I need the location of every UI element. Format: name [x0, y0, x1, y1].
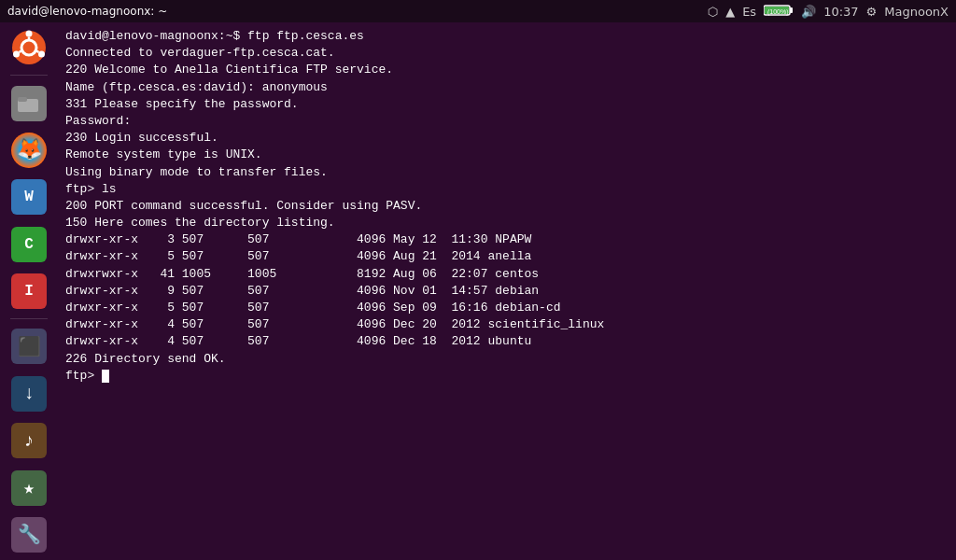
svg-line-10 — [36, 50, 39, 52]
topbar-title: david@lenovo-magnoonx: ~ — [7, 5, 167, 18]
term-line: ftp> — [65, 368, 949, 385]
svg-point-6 — [26, 31, 33, 37]
term-line: david@lenovo-magnoonx:~$ ftp ftp.cesca.e… — [65, 28, 949, 45]
sidebar-item-firefox[interactable]: 🦊 — [7, 129, 51, 172]
term-line: drwxr-xr-x 5 507 507 4096 Aug 21 2014 an… — [65, 248, 949, 265]
volume-icon[interactable]: 🔊 — [801, 5, 816, 19]
terminal[interactable]: david@lenovo-magnoonx:~$ ftp ftp.cesca.e… — [58, 22, 956, 560]
sidebar-item-app10[interactable]: ★ — [7, 466, 51, 509]
terminal-output: david@lenovo-magnoonx:~$ ftp ftp.cesca.e… — [65, 28, 949, 385]
battery-indicator: (100%) — [764, 4, 794, 20]
term-line: 226 Directory send OK. — [65, 351, 949, 368]
sidebar-item-files[interactable] — [7, 81, 51, 124]
username-label: MagnoonX — [884, 5, 949, 19]
svg-line-11 — [20, 50, 22, 52]
sidebar-item-ubuntu[interactable] — [7, 26, 51, 69]
term-line: ftp> ls — [65, 181, 949, 198]
svg-point-8 — [13, 51, 20, 58]
sidebar-item-app9[interactable]: ♪ — [7, 419, 51, 462]
term-line: Connected to verdaguer-ftp.cesca.cat. — [65, 45, 949, 62]
svg-rect-13 — [18, 97, 27, 102]
sidebar-item-app11[interactable]: 🔧 — [7, 513, 51, 556]
main-area: 🦊 W C I ⬛ ↓ ♪ ★ 🔧 — [0, 22, 956, 560]
clock: 10:37 — [823, 5, 858, 19]
term-line: 150 Here comes the directory listing. — [65, 215, 949, 231]
topbar: david@lenovo-magnoonx: ~ ⬡ ▲ Es (100%) 🔊… — [0, 0, 956, 22]
settings-icon[interactable]: ⚙ — [866, 5, 878, 19]
term-line: Password: — [65, 113, 949, 130]
svg-text:(100%): (100%) — [767, 8, 789, 16]
term-line: 220 Welcome to Anella Cientifica FTP ser… — [65, 62, 949, 78]
topbar-right: ⬡ ▲ Es (100%) 🔊 10:37 ⚙ MagnoonX — [708, 4, 949, 20]
term-line: drwxr-xr-x 4 507 507 4096 Dec 18 2012 ub… — [65, 333, 949, 350]
term-line: 200 PORT command successful. Consider us… — [65, 198, 949, 215]
lang-indicator[interactable]: Es — [742, 5, 756, 19]
term-line: Name (ftp.cesca.es:david): anonymous — [65, 79, 949, 96]
sidebar-item-app8[interactable]: ↓ — [7, 372, 51, 415]
sidebar-item-app7[interactable]: ⬛ — [7, 325, 51, 368]
term-line: drwxr-xr-x 9 507 507 4096 Nov 01 14:57 d… — [65, 283, 949, 300]
term-line: drwxr-xr-x 3 507 507 4096 May 12 11:30 N… — [65, 231, 949, 248]
term-line: 331 Please specify the password. — [65, 96, 949, 113]
sidebar: 🦊 W C I ⬛ ↓ ♪ ★ 🔧 — [0, 22, 58, 560]
term-line: drwxr-xr-x 4 507 507 4096 Dec 20 2012 sc… — [65, 316, 949, 333]
svg-point-7 — [38, 51, 45, 58]
svg-rect-1 — [790, 7, 793, 13]
sidebar-item-libreoffice-calc[interactable]: C — [7, 222, 51, 265]
term-line: 230 Login successful. — [65, 130, 949, 147]
sidebar-item-libreoffice-impress[interactable]: I — [7, 270, 51, 313]
term-line: Remote system type is UNIX. — [65, 147, 949, 163]
terminal-cursor — [102, 370, 109, 383]
sidebar-divider-2 — [10, 318, 48, 319]
sidebar-item-libreoffice-writer[interactable]: W — [7, 175, 51, 218]
term-line: drwxrwxr-x 41 1005 1005 8192 Aug 06 22:0… — [65, 266, 949, 283]
wifi-icon[interactable]: ▲ — [725, 5, 735, 19]
sidebar-divider-1 — [10, 75, 48, 76]
term-line: Using binary mode to transfer files. — [65, 164, 949, 181]
dropbox-icon[interactable]: ⬡ — [708, 5, 718, 19]
term-line: drwxr-xr-x 5 507 507 4096 Sep 09 16:16 d… — [65, 300, 949, 316]
